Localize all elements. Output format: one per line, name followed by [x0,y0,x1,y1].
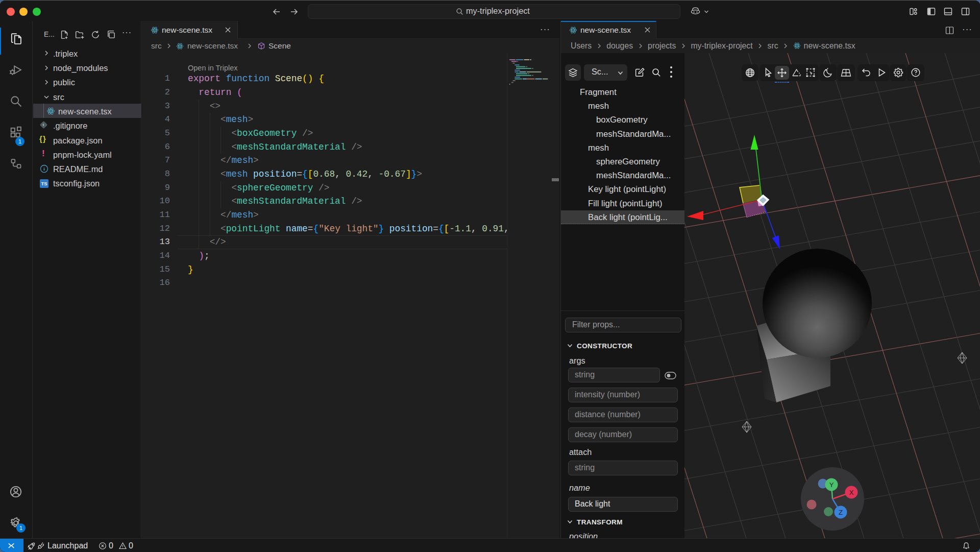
svg-text:X: X [849,489,854,496]
svg-text:Y: Y [829,481,834,489]
svg-text:Z: Z [839,509,843,516]
